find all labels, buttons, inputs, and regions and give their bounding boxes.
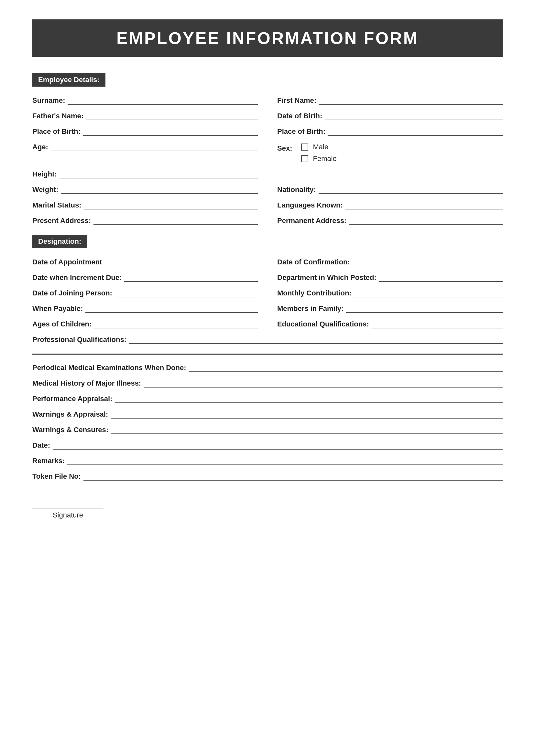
fathers-name-input[interactable]: [86, 112, 258, 120]
educational-input[interactable]: [372, 320, 503, 328]
children-label: Ages of Children:: [32, 320, 92, 328]
field-professional-qual: Professional Qualifications:: [32, 336, 503, 344]
designation-section-header: Designation:: [32, 235, 503, 258]
date-input[interactable]: [53, 441, 503, 449]
present-address-input[interactable]: [94, 217, 258, 225]
age-label: Age:: [32, 143, 48, 151]
field-nationality: Nationality:: [277, 185, 503, 194]
age-input[interactable]: [51, 143, 258, 151]
warnings-censures-input[interactable]: [111, 426, 503, 434]
field-languages: Languages Known:: [277, 201, 503, 209]
sex-male-label: Male: [313, 143, 328, 151]
surname-input[interactable]: [68, 96, 258, 105]
increment-input[interactable]: [124, 273, 258, 282]
joining-input[interactable]: [115, 289, 258, 297]
field-present-address: Present Address:: [32, 217, 258, 225]
token-file-input[interactable]: [83, 472, 503, 481]
field-medical-history: Medical History of Major Illness:: [32, 379, 503, 388]
field-age: Age:: [32, 143, 258, 151]
page-title: EMPLOYEE INFORMATION FORM: [116, 28, 419, 48]
height-label: Height:: [32, 170, 57, 178]
nationality-input[interactable]: [319, 185, 503, 194]
field-warnings-censures: Warnings & Censures:: [32, 426, 503, 434]
remarks-input[interactable]: [67, 457, 503, 465]
date-label: Date:: [32, 441, 50, 449]
field-monthly-contribution: Monthly Contribution:: [277, 289, 503, 297]
signature-section: Signature: [32, 500, 503, 519]
designation-section: Designation: Date of Appointment Date of…: [32, 235, 503, 344]
present-address-label: Present Address:: [32, 217, 91, 225]
remarks-label: Remarks:: [32, 457, 65, 465]
surname-label: Surname:: [32, 96, 65, 105]
field-medical-exam: Periodical Medical Examinations When Don…: [32, 364, 503, 372]
pob-left-input[interactable]: [83, 127, 258, 136]
professional-label: Professional Qualifications:: [32, 336, 127, 344]
field-performance: Performance Appraisal:: [32, 395, 503, 403]
field-date: Date:: [32, 441, 503, 449]
medical-history-label: Medical History of Major Illness:: [32, 379, 141, 388]
field-ages-children: Ages of Children:: [32, 320, 258, 328]
sex-male-option[interactable]: Male: [301, 143, 336, 151]
field-height: Height:: [32, 170, 258, 178]
members-label: Members in Family:: [277, 305, 344, 313]
appointment-input[interactable]: [105, 258, 258, 266]
pob-right-input[interactable]: [328, 127, 503, 136]
firstname-input[interactable]: [319, 96, 503, 105]
field-joining-person: Date of Joining Person:: [32, 289, 258, 297]
field-weight: Weight:: [32, 185, 258, 194]
performance-input[interactable]: [115, 395, 503, 403]
token-file-label: Token File No:: [32, 472, 81, 481]
payable-label: When Payable:: [32, 305, 83, 313]
sex-female-option[interactable]: Female: [301, 154, 336, 163]
monthly-input[interactable]: [354, 289, 503, 297]
payable-input[interactable]: [85, 305, 258, 313]
languages-label: Languages Known:: [277, 201, 343, 209]
permanent-address-input[interactable]: [349, 217, 503, 225]
marital-label: Marital Status:: [32, 201, 81, 209]
medical-exam-label: Periodical Medical Examinations When Don…: [32, 364, 186, 372]
field-increment-due: Date when Increment Due:: [32, 273, 258, 282]
row-appointment-confirmation: Date of Appointment Date of Confirmation…: [32, 258, 503, 266]
height-input[interactable]: [60, 170, 258, 178]
pob-right-label: Place of Birth:: [277, 127, 325, 136]
warnings-censures-label: Warnings & Censures:: [32, 426, 108, 434]
sex-label: Sex:: [277, 144, 292, 152]
field-warnings-appraisal: Warnings & Appraisal:: [32, 410, 503, 418]
professional-input[interactable]: [129, 336, 503, 344]
row-marital-languages: Marital Status: Languages Known:: [32, 201, 503, 209]
field-permanent-address: Permanent Address:: [277, 217, 503, 225]
row-fathername-dob: Father's Name: Date of Birth:: [32, 112, 503, 120]
performance-label: Performance Appraisal:: [32, 395, 112, 403]
dob-label: Date of Birth:: [277, 112, 322, 120]
row-height: Height:: [32, 170, 503, 178]
increment-label: Date when Increment Due:: [32, 273, 122, 282]
department-label: Department in Which Posted:: [277, 273, 377, 282]
medical-history-input[interactable]: [144, 379, 503, 388]
permanent-address-label: Permanent Address:: [277, 217, 347, 225]
field-sex: Sex: Male Female: [277, 143, 503, 163]
marital-input[interactable]: [84, 201, 258, 209]
languages-input[interactable]: [346, 201, 503, 209]
sex-male-checkbox[interactable]: [301, 144, 308, 150]
dob-input[interactable]: [325, 112, 503, 120]
warnings-appraisal-input[interactable]: [111, 410, 503, 418]
confirmation-label: Date of Confirmation:: [277, 258, 350, 266]
row-placeofbirth: Place of Birth: Place of Birth:: [32, 127, 503, 136]
monthly-label: Monthly Contribution:: [277, 289, 352, 297]
employee-section-label: Employee Details:: [32, 73, 105, 87]
weight-input[interactable]: [61, 185, 258, 194]
children-input[interactable]: [94, 320, 258, 328]
designation-section-label: Designation:: [32, 235, 87, 248]
row-increment-department: Date when Increment Due: Department in W…: [32, 273, 503, 282]
field-marital: Marital Status:: [32, 201, 258, 209]
field-remarks: Remarks:: [32, 457, 503, 465]
sex-female-checkbox[interactable]: [301, 155, 308, 162]
department-input[interactable]: [379, 273, 503, 282]
medical-exam-input[interactable]: [189, 364, 503, 372]
row-weight-nationality: Weight: Nationality:: [32, 185, 503, 194]
members-input[interactable]: [346, 305, 503, 313]
field-educational-qual: Educational Qualifications:: [277, 320, 503, 328]
section-divider: [32, 354, 503, 355]
nationality-label: Nationality:: [277, 185, 316, 194]
confirmation-input[interactable]: [352, 258, 503, 266]
